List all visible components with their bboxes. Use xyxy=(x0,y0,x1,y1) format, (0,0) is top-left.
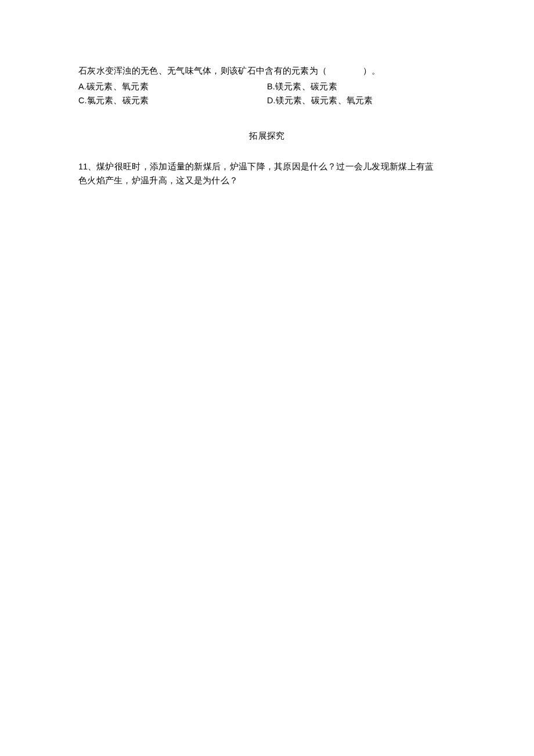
question-11-line1: 煤炉很旺时，添加适量的新煤后，炉温下降，其原因是什么？过一会儿发现新煤上有蓝 xyxy=(96,162,434,171)
option-a[interactable]: A.碳元素、氧元素 xyxy=(78,79,267,94)
question-10-stem: 石灰水变浑浊的无色、无气味气体，则该矿石中含有的元素为（ ）。 xyxy=(78,64,456,78)
option-c[interactable]: C.氯元素、碳元素 xyxy=(78,93,267,108)
question-11-number: 11、 xyxy=(78,162,96,171)
section-title: 拓展探究 xyxy=(78,129,456,143)
question-11: 11、煤炉很旺时，添加适量的新煤后，炉温下降，其原因是什么？过一会儿发现新煤上有… xyxy=(78,160,456,174)
question-11-line2: 色火焰产生，炉温升高，这又是为什么？ xyxy=(78,173,456,188)
option-c-text: 氯元素、碳元素 xyxy=(87,96,149,105)
option-b-text: 镁元素、碳元素 xyxy=(275,82,337,91)
option-b[interactable]: B.镁元素、碳元素 xyxy=(267,79,456,94)
option-b-label: B. xyxy=(267,82,275,91)
question-10-options: A.碳元素、氧元素 B.镁元素、碳元素 C.氯元素、碳元素 D.镁元素、碳元素、… xyxy=(78,79,456,108)
option-d-label: D. xyxy=(267,96,276,105)
option-d-text: 镁元素、碳元素、氧元素 xyxy=(276,96,373,105)
option-d[interactable]: D.镁元素、碳元素、氧元素 xyxy=(267,93,456,108)
option-c-label: C. xyxy=(78,96,87,105)
option-a-text: 碳元素、氧元素 xyxy=(86,82,149,91)
option-a-label: A. xyxy=(78,82,86,91)
